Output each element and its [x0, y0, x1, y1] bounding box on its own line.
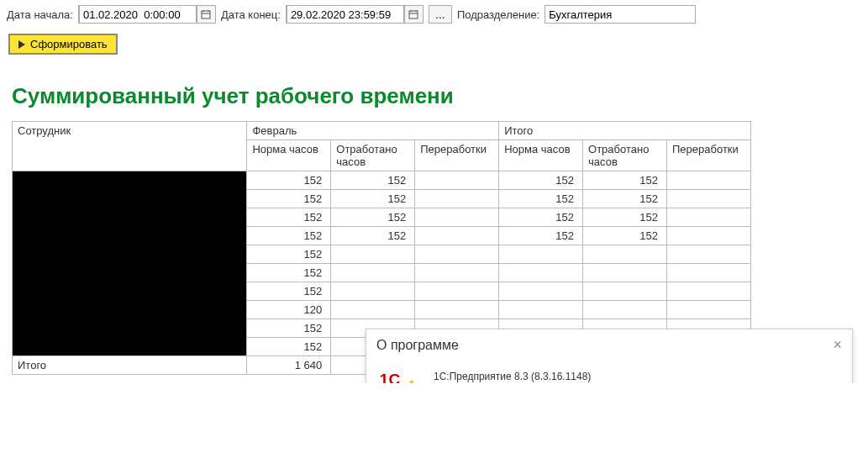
table-cell: 152 — [583, 171, 667, 190]
date-end-label: Дата конец: — [221, 8, 281, 21]
table-cell — [331, 245, 415, 264]
table-cell: 152 — [247, 227, 331, 245]
employee-block — [13, 171, 247, 356]
table-cell — [667, 264, 751, 282]
calendar-icon-start[interactable] — [197, 6, 215, 23]
table-cell: 152 — [499, 190, 583, 208]
table-cell — [667, 282, 751, 301]
table-row: 152152152152 — [13, 171, 751, 190]
table-cell: 152 — [583, 190, 667, 208]
generate-button[interactable]: Сформировать — [8, 34, 118, 55]
table-cell: 152 — [247, 319, 331, 338]
table-cell: 152 — [583, 227, 667, 245]
close-icon[interactable]: × — [833, 336, 842, 354]
table-cell: 152 — [331, 190, 415, 208]
report-title: Суммированный учет рабочего времени — [12, 83, 856, 109]
col-worked: Отработано часов — [331, 140, 415, 171]
table-cell — [499, 264, 583, 282]
footer-norm: 1 640 — [247, 356, 331, 375]
table-cell — [331, 301, 415, 319]
dialog-body: 1C 1С:Предприятие 8.3 (8.3.16.1148) Copy… — [366, 361, 852, 383]
col-total-over: Переработки — [667, 140, 751, 171]
report-area: Суммированный учет рабочего времени Сотр… — [0, 60, 868, 383]
col-norm: Норма часов — [247, 140, 331, 171]
toolbar: Дата начала: Дата конец: ... Подразделен… — [0, 0, 868, 29]
table-cell: 152 — [331, 227, 415, 245]
table-cell — [499, 301, 583, 319]
table-cell: 152 — [247, 338, 331, 356]
table-cell: 120 — [247, 301, 331, 319]
table-cell: 152 — [247, 245, 331, 264]
footer-label: Итого — [13, 356, 247, 375]
play-icon — [18, 40, 25, 49]
date-start-input[interactable] — [79, 5, 197, 24]
col-total-norm: Норма часов — [499, 140, 583, 171]
table-cell: 152 — [331, 171, 415, 190]
dept-input[interactable] — [544, 5, 696, 24]
table-cell — [583, 282, 667, 301]
table-cell: 152 — [499, 227, 583, 245]
table-cell — [415, 208, 499, 227]
table-cell — [415, 282, 499, 301]
table-cell: 152 — [247, 171, 331, 190]
table-cell — [331, 282, 415, 301]
table-cell — [499, 282, 583, 301]
date-end-wrap — [286, 5, 423, 24]
svg-point-9 — [409, 380, 413, 383]
svg-text:1C: 1C — [380, 371, 401, 383]
dialog-text: 1С:Предприятие 8.3 (8.3.16.1148) Copyrig… — [434, 369, 840, 383]
table-cell — [583, 245, 667, 264]
svg-rect-4 — [409, 11, 418, 18]
table-cell: 152 — [499, 208, 583, 227]
table-cell — [667, 208, 751, 227]
more-button[interactable]: ... — [429, 5, 452, 24]
svg-rect-0 — [202, 11, 210, 18]
col-total-worked: Отработано часов — [583, 140, 667, 171]
logo-1c-icon: 1C — [378, 369, 418, 383]
about-line1: 1С:Предприятие 8.3 (8.3.16.1148) — [434, 369, 840, 383]
table-cell: 152 — [247, 190, 331, 208]
table-cell — [667, 171, 751, 190]
calendar-icon-end[interactable] — [404, 6, 423, 23]
table-cell — [499, 245, 583, 264]
table-cell: 152 — [247, 264, 331, 282]
generate-button-label: Сформировать — [30, 38, 108, 50]
table-cell — [331, 264, 415, 282]
date-start-wrap — [78, 5, 216, 24]
table-cell — [415, 171, 499, 190]
table-cell — [415, 227, 499, 245]
table-cell — [667, 227, 751, 245]
dialog-title: О программе — [376, 338, 459, 353]
dept-label: Подразделение: — [457, 8, 539, 21]
table-cell: 152 — [583, 208, 667, 227]
table-cell — [667, 190, 751, 208]
date-start-label: Дата начала: — [7, 8, 73, 21]
col-month: Февраль — [247, 122, 499, 140]
date-end-input[interactable] — [287, 5, 404, 24]
table-cell — [415, 301, 499, 319]
about-dialog: О программе × 1C 1С:Предприятие 8.3 (8.3… — [366, 329, 853, 383]
table-cell — [583, 301, 667, 319]
table-cell — [667, 301, 751, 319]
table-cell — [667, 245, 751, 264]
table-cell: 152 — [331, 208, 415, 227]
table-cell: 152 — [247, 282, 331, 301]
table-cell — [415, 190, 499, 208]
col-over: Переработки — [415, 140, 499, 171]
table-cell — [415, 245, 499, 264]
col-employee: Сотрудник — [13, 122, 247, 171]
col-total: Итого — [499, 122, 751, 140]
dialog-header: О программе × — [366, 329, 852, 361]
table-cell: 152 — [247, 208, 331, 227]
table-cell — [415, 264, 499, 282]
table-cell: 152 — [499, 171, 583, 190]
table-cell — [583, 264, 667, 282]
